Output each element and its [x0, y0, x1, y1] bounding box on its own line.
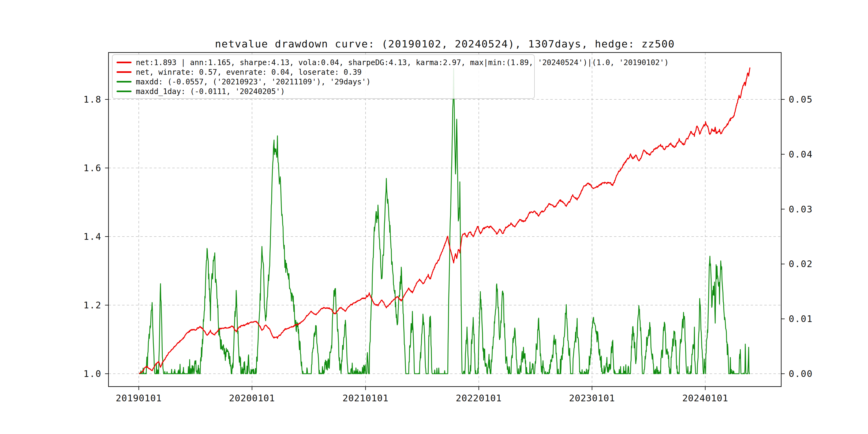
y-right-tick-label: 0.02 [789, 258, 813, 269]
legend-label: maxdd_1day: (-0.0111, '20240205') [136, 87, 285, 96]
net-line-swatch [117, 71, 131, 73]
legend-label: net, winrate: 0.57, evenrate: 0.04, lose… [136, 68, 362, 76]
legend-item-net-stats: net:1.893 | ann:1.165, sharpe:4.13, vola… [113, 58, 534, 67]
y-left-tick-label: 1.2 [84, 300, 101, 310]
y-right-tick-label: 0.00 [789, 368, 813, 379]
netvalue-drawdown-figure: 1.01.21.41.61.80.000.010.020.030.040.052… [0, 0, 868, 434]
net-line-swatch [117, 62, 131, 63]
legend-item-maxdd: maxdd: (-0.0557, ('20210923', '20211109'… [113, 77, 534, 87]
x-tick-label: 20230101 [569, 393, 615, 403]
drawdown-line-swatch [117, 91, 131, 92]
legend-item-maxdd-1day: maxdd_1day: (-0.0111, '20240205') [113, 87, 534, 96]
x-tick-label: 20240101 [682, 393, 728, 403]
legend-label: net:1.893 | ann:1.165, sharpe:4.13, vola… [136, 58, 669, 67]
x-tick-label: 20210101 [343, 393, 389, 403]
y-left-tick-label: 1.8 [84, 94, 101, 105]
y-right-tick-label: 0.05 [789, 94, 813, 105]
drawdown-curve [139, 68, 750, 374]
plot-frame [108, 53, 781, 386]
drawdown-line-swatch [117, 81, 131, 83]
y-right-tick-label: 0.01 [789, 313, 813, 324]
y-left-tick-label: 1.6 [84, 163, 101, 173]
x-tick-label: 20220101 [456, 393, 502, 403]
legend-item-net-winrate: net, winrate: 0.57, evenrate: 0.04, lose… [113, 67, 534, 77]
chart-legend: net:1.893 | ann:1.165, sharpe:4.13, vola… [112, 54, 535, 99]
chart-title: netvalue drawdown curve: (20190102, 2024… [108, 38, 781, 50]
y-left-tick-label: 1.0 [84, 368, 101, 379]
x-tick-label: 20190101 [116, 393, 162, 403]
y-right-tick-label: 0.04 [789, 149, 813, 160]
legend-label: maxdd: (-0.0557, ('20210923', '20211109'… [136, 78, 371, 86]
y-right-tick-label: 0.03 [789, 204, 813, 215]
net-value-curve [139, 67, 750, 374]
x-tick-label: 20200101 [229, 393, 275, 403]
y-left-tick-label: 1.4 [84, 231, 101, 242]
